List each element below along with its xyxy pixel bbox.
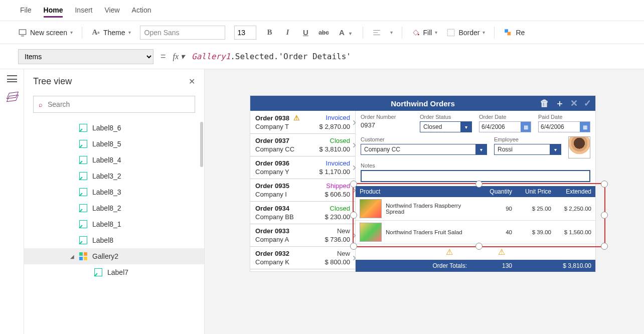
search-icon: ⌕ xyxy=(39,101,43,108)
fill-icon xyxy=(411,28,420,37)
tree-item-Gallery2[interactable]: ◢Gallery2 xyxy=(24,248,204,264)
check-icon[interactable]: ✓ xyxy=(584,98,591,109)
tree-item-label: Label8_3 xyxy=(92,188,121,196)
tree-item-Label8_4[interactable]: Label8_4 xyxy=(24,152,204,168)
tab-insert[interactable]: Insert xyxy=(75,4,92,18)
svg-rect-8 xyxy=(508,32,511,35)
left-rail xyxy=(0,69,24,334)
label-order-date: Order Date xyxy=(479,114,531,120)
new-screen-button[interactable]: New screen ▾ xyxy=(18,28,73,37)
warning-icon: ⚠ xyxy=(446,247,453,257)
tree-list: Label8_6Label8_5Label8_4Label3_2Label8_3… xyxy=(24,120,204,334)
order-row[interactable]: Order 0935ShippedCompany I$ 606.50› xyxy=(250,179,355,202)
theme-label: Theme xyxy=(103,29,125,37)
paid-date-input[interactable]: 6/4/2006▦ xyxy=(538,121,590,132)
fill-label: Fill xyxy=(423,29,432,37)
tree-view-icon[interactable] xyxy=(7,92,17,101)
reorder-icon xyxy=(504,28,513,37)
fill-button[interactable]: Fill ▾ xyxy=(411,28,438,37)
equals-sign: = xyxy=(160,51,166,62)
notes-input[interactable] xyxy=(361,170,590,182)
label-control-icon xyxy=(79,124,87,132)
tree-item-Label8_3[interactable]: Label8_3 xyxy=(24,184,204,200)
reorder-button[interactable]: Re xyxy=(504,28,525,37)
menu-tabs: File Home Insert View Action xyxy=(0,0,644,21)
line-items-gallery[interactable]: Northwind Traders Raspberry Spread90$ 25… xyxy=(356,197,595,244)
tree-item-label: Label8_6 xyxy=(92,124,121,132)
strikethrough-icon[interactable]: abc xyxy=(319,28,329,37)
tree-item-Label3_2[interactable]: Label3_2 xyxy=(24,168,204,184)
font-name-input[interactable] xyxy=(140,26,225,40)
tree-item-Label8[interactable]: Label8 xyxy=(24,232,204,248)
order-number-value: 0937 xyxy=(361,121,413,129)
theme-button[interactable]: Aa Theme ▾ xyxy=(91,28,131,37)
label-customer: Customer xyxy=(361,136,487,142)
tree-item-Label8_6[interactable]: Label8_6 xyxy=(24,120,204,136)
formula-input[interactable]: Gallery1.Selected.'Order Details' xyxy=(192,52,351,61)
warning-icon: ⚠ xyxy=(293,114,300,122)
bold-icon[interactable]: B xyxy=(265,28,274,37)
order-row[interactable]: Order 0933NewCompany A$ 736.00› xyxy=(250,224,355,247)
svg-point-5 xyxy=(417,34,419,35)
label-control-icon xyxy=(79,140,87,148)
tree-item-label: Label7 xyxy=(107,268,128,276)
tab-view[interactable]: View xyxy=(104,4,119,18)
employee-avatar xyxy=(568,136,590,158)
screen-icon xyxy=(18,28,27,37)
underline-icon[interactable]: U xyxy=(301,28,310,37)
order-status-select[interactable]: Closed▾ xyxy=(420,121,472,132)
tree-search[interactable]: ⌕ xyxy=(33,96,195,113)
tree-item-Label7[interactable]: Label7 xyxy=(24,264,204,280)
label-employee: Employee xyxy=(494,136,561,142)
order-row[interactable]: Order 0938 ⚠InvoicedCompany T$ 2,870.00› xyxy=(250,111,355,134)
order-row[interactable]: Order 0936InvoicedCompany Y$ 1,170.00› xyxy=(250,156,355,179)
orders-list: Order 0938 ⚠InvoicedCompany T$ 2,870.00›… xyxy=(250,111,356,271)
property-select[interactable]: Items xyxy=(18,49,153,64)
font-color-icon[interactable]: A▾ xyxy=(338,28,347,37)
new-screen-label: New screen xyxy=(30,29,67,37)
line-item[interactable]: Northwind Traders Fruit Salad40$ 39.00$ … xyxy=(356,221,595,244)
product-thumbnail xyxy=(360,223,382,242)
trash-icon[interactable]: 🗑 xyxy=(540,98,549,109)
tree-item-Label8_1[interactable]: Label8_1 xyxy=(24,216,204,232)
calendar-icon: ▦ xyxy=(521,122,531,132)
tab-file[interactable]: File xyxy=(20,4,32,18)
formula-bar: Items = fx ▾ Gallery1.Selected.'Order De… xyxy=(0,44,644,69)
tree-item-label: Label8_1 xyxy=(92,220,121,228)
line-item[interactable]: Northwind Traders Raspberry Spread90$ 25… xyxy=(356,197,595,221)
order-date-input[interactable]: 6/4/2006▦ xyxy=(479,121,531,132)
border-button[interactable]: Border ▾ xyxy=(446,28,485,37)
cancel-icon[interactable]: ✕ xyxy=(570,98,578,109)
order-row[interactable]: Order 0934ClosedCompany BB$ 230.00› xyxy=(250,202,355,224)
tree-item-Label8_5[interactable]: Label8_5 xyxy=(24,136,204,152)
hamburger-icon[interactable] xyxy=(7,75,17,82)
tree-item-label: Label8_2 xyxy=(92,204,121,212)
chevron-down-icon: ▾ xyxy=(460,122,471,132)
design-canvas[interactable]: Northwind Orders 🗑 ＋ ✕ ✓ Order 0938 ⚠Inv… xyxy=(205,69,644,334)
label-control-icon xyxy=(79,236,87,244)
order-row[interactable]: Order 0932NewCompany K$ 800.00› xyxy=(250,247,355,269)
close-icon[interactable]: ✕ xyxy=(189,77,195,86)
tree-item-Label8_2[interactable]: Label8_2 xyxy=(24,200,204,216)
italic-icon[interactable]: I xyxy=(283,28,292,37)
app-title-text: Northwind Orders xyxy=(391,99,455,108)
tree-title: Tree view xyxy=(33,76,72,87)
fx-icon[interactable]: fx ▾ xyxy=(173,52,185,61)
plus-icon[interactable]: ＋ xyxy=(555,97,564,109)
font-size-input[interactable] xyxy=(234,26,256,40)
customer-select[interactable]: Company CC▾ xyxy=(361,144,487,155)
tab-action[interactable]: Action xyxy=(132,4,151,18)
label-control-icon xyxy=(79,156,87,164)
tree-item-label: Label8_5 xyxy=(92,140,121,148)
scrollbar-thumb[interactable] xyxy=(200,122,203,167)
main-area: Tree view ✕ ⌕ Label8_6Label8_5Label8_4La… xyxy=(0,69,644,334)
search-input[interactable] xyxy=(48,100,190,108)
order-row[interactable]: Order 0937ClosedCompany CC$ 3,810.00› xyxy=(250,134,355,156)
employee-select[interactable]: Rossi▾ xyxy=(494,144,561,155)
calendar-icon: ▦ xyxy=(580,122,590,132)
tab-home[interactable]: Home xyxy=(44,4,63,18)
app-title-bar: Northwind Orders 🗑 ＋ ✕ ✓ xyxy=(250,96,595,111)
align-icon[interactable] xyxy=(372,28,381,37)
order-totals-bar: Order Totals: 130 $ 3,810.00 xyxy=(356,260,595,272)
label-control-icon xyxy=(94,268,102,276)
